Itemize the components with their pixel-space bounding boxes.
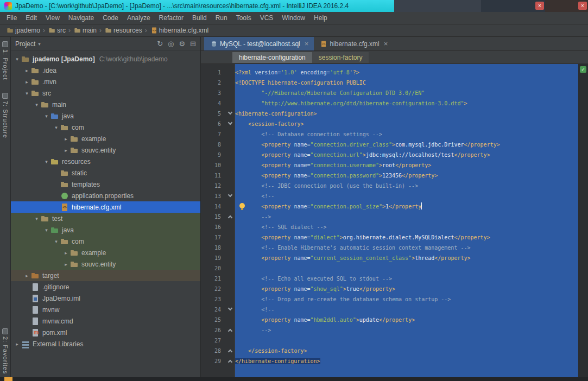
settings-icon[interactable]: ⚙ — [179, 40, 185, 48]
code-text[interactable]: <property name="connection.username">roo… — [235, 160, 578, 170]
fold-down-icon[interactable] — [228, 306, 232, 310]
fold-column[interactable] — [226, 191, 235, 201]
project-view-selector[interactable]: Project ▾ — [15, 40, 41, 48]
line-number[interactable]: 28 — [201, 346, 226, 356]
tool-window-button-1-project[interactable]: 1: Project — [2, 41, 9, 80]
code-text[interactable]: "http://www.hibernate.org/dtd/hibernate-… — [235, 98, 578, 109]
code-text[interactable]: <property name="hbm2ddl.auto">update</pr… — [235, 315, 578, 325]
menu-item-refactor[interactable]: Refactor — [155, 12, 188, 24]
tree-item-souvc-entity[interactable]: ▸souvc.entity — [11, 144, 200, 156]
tree-item-gitignore[interactable]: .gitignore — [11, 281, 200, 293]
tree-item-main[interactable]: ▾main — [11, 99, 200, 110]
line-number[interactable]: 18 — [201, 243, 226, 253]
line-number[interactable]: 4 — [201, 98, 226, 109]
tree-expand-arrow[interactable]: ▾ — [52, 125, 60, 130]
tool-window-button-2-favorites[interactable]: 2: Favorites — [2, 328, 9, 374]
fold-up-icon[interactable] — [228, 360, 232, 364]
fold-down-icon[interactable] — [228, 120, 232, 125]
tree-expand-arrow[interactable]: ▸ — [23, 273, 31, 278]
tree-expand-arrow[interactable]: ▸ — [62, 148, 70, 153]
menu-item-vcs[interactable]: VCS — [256, 12, 278, 24]
line-number[interactable]: 27 — [201, 335, 226, 346]
line-number[interactable]: 17 — [201, 232, 226, 243]
tree-item-souvc-entity[interactable]: ▸souvc.entity — [11, 258, 200, 270]
line-number[interactable]: 8 — [201, 139, 226, 150]
tree-item-mvnw-cmd[interactable]: mvnw.cmd — [11, 315, 200, 327]
tree-expand-arrow[interactable]: ▸ — [62, 250, 70, 256]
line-number[interactable]: 24 — [201, 304, 226, 315]
code-text[interactable]: <property name="connection.driver_class"… — [235, 139, 578, 150]
close-icon[interactable]: × — [305, 40, 309, 48]
line-number[interactable]: 6 — [201, 119, 226, 129]
code-text[interactable]: <property name="show_sql">true</property… — [235, 284, 578, 294]
line-number[interactable]: 1 — [201, 67, 226, 78]
background-window-fragment[interactable] — [394, 0, 481, 12]
tool-window-button-7-structure[interactable]: 7: Structure — [2, 93, 9, 138]
line-number[interactable]: 5 — [201, 109, 226, 119]
tree-item-pom-xml[interactable]: pom.xml — [11, 327, 200, 338]
tree-item-jpademo-jpademo[interactable]: ▾jpademo [JpaDemo]C:\work\github\jpademo — [11, 53, 200, 65]
line-number[interactable]: 15 — [201, 212, 226, 222]
code-text[interactable]: <session-factory> — [235, 119, 578, 129]
close-icon[interactable]: × — [578, 2, 587, 10]
code-text[interactable]: <!-- Enable Hibernate's automatic sessio… — [235, 243, 578, 253]
intention-bulb-icon[interactable] — [239, 203, 245, 208]
synchronize-icon[interactable]: ↻ — [157, 40, 163, 48]
code-text[interactable]: <!-- — [235, 304, 578, 315]
tree-item-com[interactable]: ▾com — [11, 122, 200, 133]
menu-item-tools[interactable]: Tools — [232, 12, 256, 24]
tree-item-hibernate-cfg-xml[interactable]: hibernate.cfg.xml — [11, 201, 200, 213]
tree-item-mvnw[interactable]: mvnw — [11, 304, 200, 315]
menu-item-file[interactable]: File — [2, 12, 21, 24]
code-text[interactable]: <!-- Drop and re-create the database sch… — [235, 294, 578, 304]
menu-item-window[interactable]: Window — [277, 12, 309, 24]
code-text[interactable]: <property name="dialect">org.hibernate.d… — [235, 232, 578, 243]
menu-item-view[interactable]: View — [41, 12, 64, 24]
line-number[interactable]: 13 — [201, 191, 226, 201]
code-text[interactable]: <property name="current_session_context_… — [235, 253, 578, 263]
code-text[interactable]: <?xml version='1.0' encoding='utf-8'?> — [235, 67, 578, 78]
code-text[interactable]: <property name="connection.pool_size">1<… — [235, 201, 578, 212]
menu-item-analyze[interactable]: Analyze — [123, 12, 155, 24]
tree-expand-arrow[interactable]: ▾ — [42, 113, 50, 119]
background-window-fragment[interactable]: × — [481, 0, 545, 12]
tree-expand-arrow[interactable]: ▸ — [13, 341, 21, 347]
line-number[interactable]: 29 — [201, 356, 226, 366]
tree-item-application-properties[interactable]: application.properties — [11, 190, 200, 201]
breadcrumb-item-src[interactable]: src — [48, 26, 66, 35]
breadcrumb-item-main[interactable]: main — [73, 26, 97, 35]
fold-column[interactable] — [226, 109, 235, 119]
tree-expand-arrow[interactable]: ▸ — [23, 68, 31, 73]
fold-column[interactable] — [226, 346, 235, 356]
code-text[interactable]: <!-- JDBC connection pool (use the built… — [235, 181, 578, 191]
code-text[interactable] — [235, 263, 578, 274]
menu-item-run[interactable]: Run — [211, 12, 232, 24]
menu-item-help[interactable]: Help — [309, 12, 332, 24]
tree-expand-arrow[interactable]: ▾ — [42, 159, 50, 164]
line-number[interactable]: 14 — [201, 201, 226, 212]
line-number[interactable]: 3 — [201, 88, 226, 98]
tree-item-com[interactable]: ▾com — [11, 236, 200, 247]
code-text[interactable]: <!-- Echo all executed SQL to stdout --> — [235, 274, 578, 284]
tree-item-src[interactable]: ▾src — [11, 87, 200, 99]
tree-expand-arrow[interactable]: ▾ — [13, 56, 21, 62]
fold-up-icon[interactable] — [228, 329, 232, 333]
close-icon[interactable]: × — [535, 2, 544, 10]
line-number[interactable]: 25 — [201, 315, 226, 325]
code-text[interactable]: "-//Hibernate/Hibernate Configuration DT… — [235, 88, 578, 98]
menu-item-edit[interactable]: Edit — [21, 12, 41, 24]
code-text[interactable]: --> — [235, 325, 578, 335]
xml-breadcrumb-hibernate-configuration[interactable]: hibernate-configuration — [232, 52, 312, 63]
tree-item-example[interactable]: ▸example — [11, 133, 200, 144]
tree-expand-arrow[interactable]: ▾ — [23, 91, 31, 96]
line-number[interactable]: 21 — [201, 274, 226, 284]
tree-expand-arrow[interactable]: ▸ — [62, 262, 70, 267]
tree-expand-arrow[interactable]: ▾ — [33, 216, 41, 221]
fold-down-icon[interactable] — [228, 193, 232, 197]
fold-down-icon[interactable] — [228, 110, 232, 115]
fold-column[interactable] — [226, 356, 235, 366]
editor-tab-hibernate-cfg-xml[interactable]: hibernate.cfg.xml× — [314, 37, 393, 50]
tree-expand-arrow[interactable]: ▸ — [23, 79, 31, 85]
menu-item-code[interactable]: Code — [98, 12, 123, 24]
line-number[interactable]: 20 — [201, 263, 226, 274]
